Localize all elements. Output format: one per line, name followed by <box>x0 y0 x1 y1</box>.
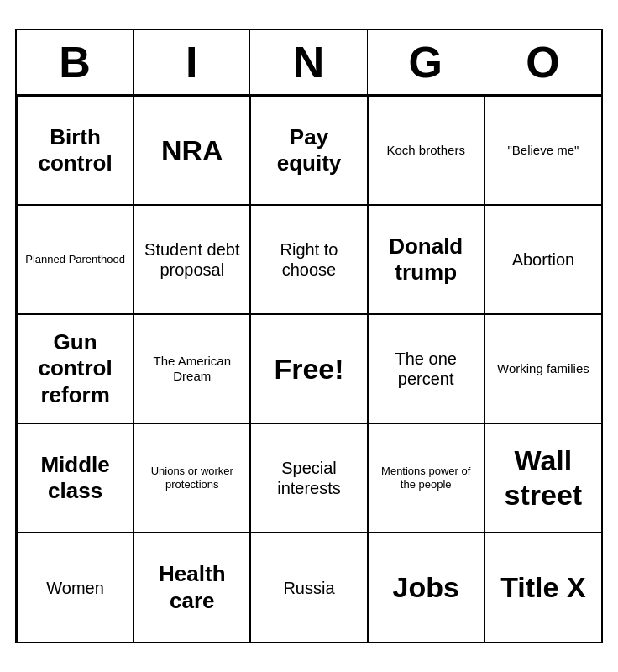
bingo-cell-15: Middle class <box>17 423 134 533</box>
bingo-grid: Birth controlNRAPay equityKoch brothers"… <box>17 96 601 642</box>
bingo-cell-12: Free! <box>250 314 367 423</box>
bingo-cell-23: Jobs <box>368 533 484 642</box>
bingo-cell-6: Student debt proposal <box>134 205 250 314</box>
bingo-cell-16: Unions or worker protections <box>134 423 250 533</box>
bingo-cell-7: Right to choose <box>250 205 367 314</box>
bingo-cell-2: Pay equity <box>250 96 367 205</box>
bingo-cell-1: NRA <box>134 96 250 205</box>
bingo-cell-17: Special interests <box>250 423 367 533</box>
bingo-cell-22: Russia <box>250 533 367 642</box>
header-letter: N <box>250 30 367 94</box>
header-letter: G <box>368 30 484 94</box>
bingo-cell-3: Koch brothers <box>368 96 484 205</box>
header-letter: O <box>484 30 601 94</box>
bingo-cell-10: Gun control reform <box>17 314 134 423</box>
bingo-card: BINGO Birth controlNRAPay equityKoch bro… <box>15 29 603 643</box>
bingo-cell-21: Health care <box>134 533 250 642</box>
bingo-cell-13: The one percent <box>368 314 484 423</box>
header-letter: B <box>17 30 134 94</box>
bingo-cell-19: Wall street <box>484 423 601 533</box>
bingo-cell-5: Planned Parenthood <box>17 205 134 314</box>
bingo-cell-14: Working families <box>484 314 601 423</box>
bingo-cell-20: Women <box>17 533 134 642</box>
bingo-cell-18: Mentions power of the people <box>368 423 484 533</box>
bingo-cell-11: The American Dream <box>134 314 250 423</box>
bingo-cell-8: Donald trump <box>368 205 484 314</box>
bingo-cell-24: Title X <box>484 533 601 642</box>
bingo-cell-4: "Believe me" <box>484 96 601 205</box>
bingo-cell-9: Abortion <box>484 205 601 314</box>
bingo-header: BINGO <box>17 30 601 96</box>
bingo-cell-0: Birth control <box>17 96 134 205</box>
header-letter: I <box>134 30 250 94</box>
